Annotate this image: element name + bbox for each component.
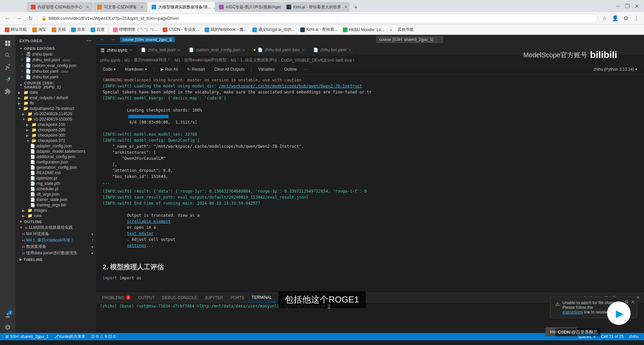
code-dropdown[interactable]: Code ▾ — [100, 66, 118, 73]
status-git[interactable]: ⎇ Yunlin的共享库 — [51, 333, 89, 340]
clear-all-button[interactable]: Clear All Outputs — [212, 66, 247, 73]
new-tab-button[interactable]: + — [351, 3, 361, 12]
bookmark-jd[interactable]: 京东 — [69, 26, 87, 33]
kernel-selector[interactable]: zhihu (Python 3.10.14) ▾ — [591, 66, 640, 73]
open-file-zhihu-bot[interactable]: ✕ 📄 zhihu-bot.yaml — [15, 74, 96, 80]
search-icon[interactable] — [2, 50, 13, 61]
breadcrumb-item[interactable]: 1. 自定义数据集评估 — [240, 57, 277, 63]
close-icon[interactable]: ✕ — [21, 69, 23, 73]
close-icon[interactable]: ✕ — [21, 64, 23, 67]
tree-trainer-state[interactable]: 📄 trainer_state.json — [15, 197, 96, 202]
tree-configuration[interactable]: 📄 configuration.json — [15, 159, 96, 165]
tree-additional-config[interactable]: 📄 additional_config.json — [15, 154, 96, 159]
breadcrumb-item[interactable]: M1 — [124, 58, 130, 63]
bookmark-notebook[interactable]: 我的Notebook - 魔... — [203, 26, 249, 33]
tab-kimi[interactable]: Kimi.ai - 帮你看更大的世界 ✕ — [282, 2, 350, 12]
tab-close-icon[interactable]: ✕ — [86, 5, 89, 9]
tree-sft-args[interactable]: 📄 sft_args.json — [15, 192, 96, 197]
editor-forward-button[interactable]: → — [109, 36, 117, 43]
tree-data-folder[interactable]: ▶ 📁 data — [15, 90, 96, 95]
bookmark-csdn[interactable]: CSDN - 专业发... — [161, 26, 201, 33]
code-preview[interactable]: import import os — [96, 274, 644, 282]
status-cell[interactable]: Cell 21 of 25 — [598, 333, 626, 340]
tab-close-icon[interactable]: ✕ — [242, 48, 245, 52]
minimize-button[interactable]: ─ — [613, 1, 623, 11]
close-icon[interactable]: ✕ — [21, 58, 23, 62]
tree-readme[interactable]: 📄 README.md — [15, 170, 96, 176]
breadcrumb-item[interactable]: 使用evalscope评估模型 — [184, 57, 226, 63]
tab-terminal[interactable]: TERMINAL — [248, 293, 275, 302]
breadcrumb-item[interactable]: 重启notebook环境！ — [134, 57, 170, 63]
tab-close-icon[interactable]: ✕ — [177, 48, 180, 52]
scrollable-element-link[interactable]: scrollable element — [127, 219, 170, 224]
outline-llm-training[interactable]: ▼ H LLM训练全链路最佳实践 — [15, 224, 96, 231]
tree-checkpoint-100[interactable]: ▶ 📁 checkpoint-100 — [15, 122, 96, 127]
refresh-button[interactable]: ↻ — [25, 14, 35, 23]
bookmark-hkbu[interactable]: HKBU Moodle: Lo... — [341, 27, 386, 33]
tab-problems[interactable]: PROBLEMS 9 — [99, 293, 134, 302]
address-bar[interactable]: 🔒 bilibili.com/video/BV1vuWpezEKx/?p=21&… — [37, 14, 598, 23]
open-editors-section[interactable]: ▼ OPEN EDITORS — [15, 45, 96, 51]
extensions-button[interactable]: ⚙ — [621, 14, 631, 23]
close-icon[interactable]: ✕ — [21, 75, 23, 79]
breadcrumb-item[interactable]: CUDA_VISIBLE_DEVICES=0 swift eval \ — [281, 58, 354, 63]
tree-adapter-config[interactable]: 📄 adapter_config.json — [15, 143, 96, 149]
restart-button[interactable]: ↻ Restart — [184, 66, 208, 73]
open-file-zhihu-bot-data[interactable]: ✕ 📄 zhihu-bot.yaml data — [15, 68, 96, 74]
extensions-icon[interactable] — [2, 86, 13, 97]
tree-images-folder[interactable]: ▶ 📁 images — [15, 208, 96, 213]
tab-close-icon[interactable]: ✕ — [129, 48, 132, 52]
bookmark-tianmao[interactable]: 天猫 — [50, 26, 68, 33]
explorer-menu[interactable]: ⋯ — [86, 38, 92, 44]
tab-jupyter[interactable]: JUPYTER — [201, 293, 226, 302]
tree-output-folder[interactable]: ▼ 📂 output/qwen2-7b-instruct — [15, 106, 96, 111]
tree-rng-state[interactable]: 📄 rng_state.pth — [15, 181, 96, 186]
open-file-zhihu-test[interactable]: ✕ 📄 zhihu_test.jsonl data — [15, 57, 96, 63]
tab-close-icon[interactable]: ✕ — [140, 5, 143, 9]
more-bookmarks-button[interactable]: » — [388, 27, 394, 33]
tree-eval-outputs-folder[interactable]: ▶ 📁 eval_outputs / default — [15, 95, 96, 100]
text-editor-link[interactable]: text editor — [127, 231, 153, 236]
instructions-link[interactable]: instructions — [562, 310, 583, 315]
bookmark-bilibili[interactable]: 哔哩哔哩（ °- °）つ... — [111, 26, 159, 33]
open-file-custom-eval[interactable]: ✕ 📄 custom_eval_config.json — [15, 63, 96, 68]
tree-generation-config[interactable]: 📄 generation_config.json — [15, 165, 96, 170]
variables-button[interactable]: Variables — [256, 66, 277, 73]
markdown-dropdown[interactable]: Markdown ▾ — [122, 66, 150, 73]
editor-tab-zhihu-bot[interactable]: 📄 zhihu-bot.yaml ✕ — [309, 44, 356, 56]
model-dir-link[interactable]: /mnt/workspace/.cache/modelscope/hub/qwe… — [219, 84, 362, 88]
status-ssh[interactable]: ⊞ SSH: shared_2gpu_1 — [3, 333, 51, 340]
close-icon[interactable]: ✕ — [21, 52, 23, 56]
bookmark-taobao[interactable]: 淘宝 — [30, 26, 48, 33]
breadcrumb-item[interactable]: zhihu.ipynb — [100, 58, 120, 63]
tree-checkpoint-300[interactable]: ▶ 📁 checkpoint-300 — [15, 133, 96, 138]
tree-training-args[interactable]: 📄 training_args.bin — [15, 202, 96, 208]
tree-checkpoint-371[interactable]: ▼ 📂 checkpoint-371 — [15, 138, 96, 143]
timeline-section[interactable]: ▶ TIMELINE — [15, 256, 96, 262]
tree-v0-folder[interactable]: ▶ 📁 v0-20240819-114539 — [15, 111, 96, 117]
tab-output[interactable]: OUTPUT — [135, 293, 158, 302]
bookmark-tongyi[interactable]: 通义tongyi.ai_你的... — [250, 26, 297, 33]
run-all-button[interactable]: ▶ Run All — [158, 66, 180, 73]
tab-close-icon[interactable]: ✕ — [344, 5, 347, 9]
breadcrumb-item[interactable]: M1 — [175, 58, 180, 63]
tree-adapter-model[interactable]: 📄 adapter_model.safetensors — [15, 149, 96, 154]
tab-csdn-write[interactable]: 写文章-CSDN博客 ✕ — [93, 2, 147, 12]
editor-tab-test-jsonl[interactable]: 📄 zhihu_test.jsonl ✕ — [137, 44, 185, 56]
tree-v1-folder[interactable]: ▼ 📂 v1-20240819-150005 — [15, 117, 96, 122]
bilibili-player-button[interactable]: ▶ — [607, 301, 631, 325]
bookmark-kimi[interactable]: Kimi.ai - 帮你看... — [298, 26, 339, 33]
tab-aigc[interactable]: AIGC专题-图片/声音/视频/Ager... ✕ — [215, 2, 282, 12]
source-control-icon[interactable] — [2, 62, 13, 73]
restore-button[interactable]: ❐ — [623, 1, 632, 11]
tab-close-icon[interactable]: ✕ — [302, 48, 305, 52]
bookmark-baidu[interactable]: 百度 — [89, 26, 107, 33]
editor-tab-custom-eval[interactable]: 📄 custom_eval_config.json ✕ — [185, 44, 249, 56]
more-options-icon[interactable]: ⋯ — [304, 67, 308, 72]
settings-link[interactable]: settings — [127, 243, 146, 248]
open-file-zhihu-ipynb[interactable]: ✕ 📓 zhihu.ipynb — [15, 51, 96, 57]
menu-button[interactable]: ⋮ — [632, 14, 641, 23]
profile-button[interactable]: 👤 — [610, 14, 620, 23]
tree-runs-folder[interactable]: ▶ 📁 runs — [15, 213, 96, 218]
bookmark-other[interactable]: 其他书签 — [395, 26, 416, 33]
